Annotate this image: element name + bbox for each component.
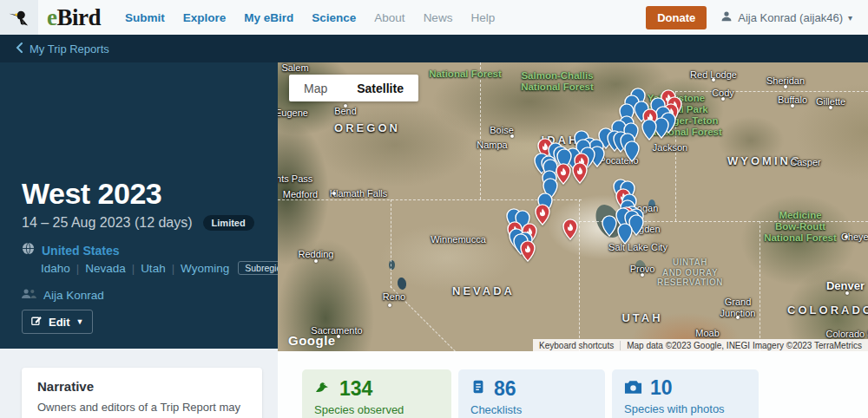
- owner-name[interactable]: Aija Konrad: [43, 289, 104, 302]
- city-dot: [388, 304, 391, 307]
- map-label-grants-pass: Grants Pass: [278, 173, 312, 185]
- nav-link-my-ebird[interactable]: My eBird: [244, 11, 293, 24]
- hotspot-marker-pin[interactable]: [572, 162, 588, 184]
- map-label-jackson: Jackson: [653, 142, 687, 153]
- stats-row: 134Species observed+1 other taxa86Checkl…: [302, 369, 759, 418]
- user-name: Aija Konrad (aijak46): [738, 11, 843, 24]
- state-border-line: [675, 91, 868, 92]
- state-border-line: [760, 221, 760, 351]
- map-label-national-forest: National Forest: [429, 69, 502, 80]
- stat-value-photos: 10: [650, 378, 673, 398]
- edit-button[interactable]: Edit ▼: [22, 310, 93, 334]
- donate-button[interactable]: Donate: [646, 6, 707, 29]
- map-label-utah: UTAH: [621, 312, 662, 325]
- satellite-view-button[interactable]: Satellite: [342, 75, 418, 101]
- subregion-link-idaho[interactable]: Idaho: [41, 262, 70, 275]
- keyboard-shortcuts-link[interactable]: Keyboard shortcuts: [533, 341, 620, 350]
- edit-label: Edit: [49, 316, 70, 329]
- nav-link-science[interactable]: Science: [312, 11, 356, 24]
- map-label-klamath-falls: Klamath Falls: [330, 188, 388, 199]
- subregion-link-utah[interactable]: Utah: [141, 262, 166, 275]
- hotspot-marker-pin[interactable]: [520, 240, 536, 262]
- map-label-uintah-and-ouray-reservation: UINTAHAND OURAYRESERVATION: [657, 258, 723, 288]
- stat-card-photos[interactable]: 10Species with photos: [612, 369, 759, 418]
- nav-links: SubmitExploreMy eBirdScienceAboutNewsHel…: [125, 11, 495, 24]
- map-label-boise: Boise: [490, 125, 514, 136]
- state-border-line: [391, 199, 391, 288]
- nav-link-news[interactable]: News: [424, 11, 453, 24]
- ebird-logo-tile[interactable]: [0, 0, 38, 35]
- map-view-button[interactable]: Map: [289, 75, 342, 101]
- hotspot-marker-pin[interactable]: [562, 219, 578, 240]
- wordmark-e: e: [47, 4, 56, 30]
- city-dot: [791, 104, 794, 108]
- map-label-eugene: Eugene: [278, 108, 308, 119]
- owner-row: Aija Konrad: [22, 287, 104, 303]
- camera-icon: [624, 379, 642, 398]
- city-dot: [845, 235, 848, 238]
- subregion-link-nevada[interactable]: Nevada: [85, 262, 126, 275]
- map-label-reno: Reno: [383, 291, 405, 303]
- nav-link-about[interactable]: About: [374, 11, 404, 24]
- city-dot: [712, 78, 715, 82]
- nav-link-submit[interactable]: Submit: [125, 11, 165, 24]
- country-row: United States: [22, 242, 119, 258]
- narrative-body: Owners and editors of a Trip Report may …: [37, 400, 247, 418]
- personal-location-marker-pin[interactable]: [624, 140, 640, 162]
- map-label-redding: Redding: [299, 249, 334, 260]
- nav-link-help[interactable]: Help: [470, 11, 495, 24]
- map-data-attribution: Map data ©2023 Google, INEGI Imagery ©20…: [620, 341, 868, 350]
- stat-card-checklists[interactable]: 86Checklists: [458, 369, 605, 418]
- ebird-wordmark[interactable]: eBird: [47, 4, 101, 31]
- map-label-medicine-bow-routt-national-forest: MedicineBow-RouttNational Forest: [764, 210, 837, 245]
- map-label-medford: Medford: [283, 189, 318, 200]
- city-dot: [736, 316, 740, 319]
- water-body: [397, 277, 407, 291]
- personal-location-marker-pin[interactable]: [617, 223, 633, 245]
- stat-label-checklists: Checklists: [470, 403, 593, 416]
- breadcrumb-bar: My Trip Reports: [0, 35, 868, 62]
- state-border-line: [278, 199, 582, 200]
- subregion-separator: |: [132, 262, 135, 275]
- stat-card-species[interactable]: 134Species observed+1 other taxa: [302, 369, 451, 418]
- map-type-control: Map Satellite: [289, 75, 418, 101]
- globe-icon: [22, 242, 35, 258]
- trip-map[interactable]: SalemNational ForestSalmon-ChallisNation…: [278, 62, 868, 351]
- google-logo[interactable]: Google: [288, 333, 336, 348]
- stat-value-species: 134: [339, 379, 372, 399]
- country-link[interactable]: United States: [42, 244, 119, 258]
- map-label-casper: Casper: [790, 157, 820, 168]
- page-title: West 2023: [22, 177, 161, 211]
- trip-date-range: 14 – 25 Aug 2023 (12 days): [22, 215, 193, 231]
- state-border-line: [480, 62, 481, 199]
- back-to-trip-reports-link[interactable]: My Trip Reports: [16, 42, 109, 56]
- nav-link-explore[interactable]: Explore: [183, 11, 227, 24]
- people-icon: [22, 287, 36, 303]
- city-dot: [845, 291, 849, 295]
- subregion-separator: |: [172, 262, 174, 275]
- subregion-row: Idaho|Nevada|Utah|WyomingSubregions: [41, 261, 298, 275]
- water-body: [648, 199, 655, 210]
- subregion-link-wyoming[interactable]: Wyoming: [181, 262, 229, 275]
- city-dot: [784, 85, 787, 88]
- hummingbird-icon: [8, 4, 30, 30]
- city-dot: [344, 104, 347, 108]
- state-border-line: [579, 199, 580, 351]
- breadcrumb-label: My Trip Reports: [30, 42, 109, 56]
- user-menu[interactable]: Aija Konrad (aijak46) ▾: [720, 10, 852, 25]
- personal-location-marker-pin[interactable]: [602, 215, 617, 237]
- map-label-colorado: COLORADO: [787, 304, 868, 317]
- edit-pencil-icon: [31, 315, 43, 329]
- map-attribution: Keyboard shortcuts Map data ©2023 Google…: [533, 339, 868, 351]
- city-dot: [337, 335, 340, 338]
- trip-date-row: 14 – 25 Aug 2023 (12 days) Limited: [22, 215, 254, 231]
- chevron-left-icon: [16, 42, 23, 56]
- map-label-wyoming: WYOMING: [727, 155, 802, 168]
- map-label-salmon-challis-national-forest: Salmon-ChallisNational Forest: [521, 70, 594, 93]
- ebird-trip-report-page: eBird SubmitExploreMy eBirdScienceAboutN…: [0, 0, 868, 418]
- personal-location-marker-pin[interactable]: [641, 119, 657, 140]
- narrative-card: Narrative Owners and editors of a Trip R…: [22, 368, 262, 418]
- map-label-salem: Salem: [281, 62, 308, 73]
- stat-label-species: Species observed: [314, 403, 439, 416]
- map-label-denver: Denver: [826, 280, 865, 293]
